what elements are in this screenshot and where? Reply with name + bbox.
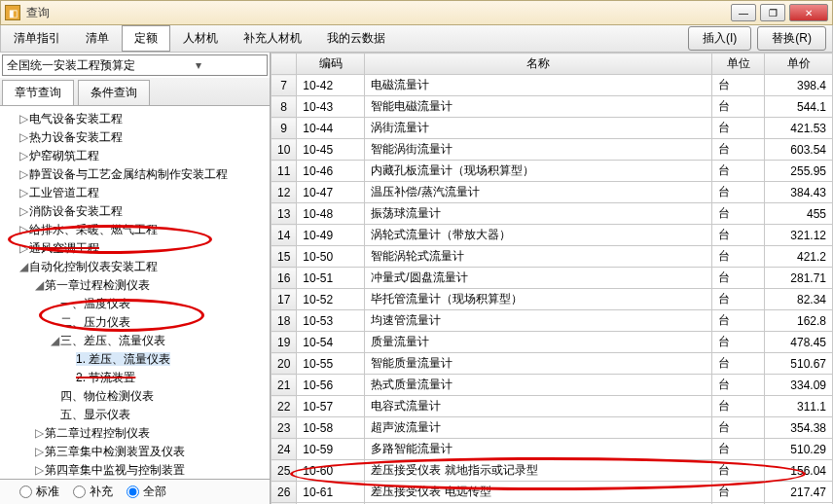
table-row[interactable]: 1910-54质量流量计台478.45 bbox=[272, 332, 833, 353]
tree-node[interactable]: ▷第四章集中监视与控制装置 bbox=[2, 461, 268, 479]
chevron-down-icon: ▾ bbox=[135, 58, 264, 72]
col-price[interactable]: 单价 bbox=[765, 54, 833, 75]
tree-node[interactable]: ▷炉窑砌筑工程 bbox=[2, 147, 268, 165]
table-row[interactable]: 910-44涡街流量计台421.53 bbox=[272, 118, 833, 139]
tab-清单指引[interactable]: 清单指引 bbox=[1, 25, 73, 52]
main-toolbar: 清单指引清单定额人材机补充人材机我的云数据 插入(I) 替换(R) bbox=[0, 25, 833, 53]
table-row[interactable]: 710-42电磁流量计台398.4 bbox=[272, 75, 833, 96]
tree-node[interactable]: ◢第一章过程检测仪表 bbox=[2, 276, 268, 295]
col-name[interactable]: 名称 bbox=[365, 54, 712, 75]
col-code[interactable]: 编码 bbox=[297, 54, 365, 75]
close-button[interactable]: ✕ bbox=[789, 4, 828, 21]
tree-node[interactable]: ▷电气设备安装工程 bbox=[2, 110, 268, 128]
table-row[interactable]: 2010-55智能质量流量计台510.67 bbox=[272, 353, 833, 375]
maximize-button[interactable]: ❐ bbox=[760, 4, 785, 21]
tab-补充人材机[interactable]: 补充人材机 bbox=[231, 25, 314, 52]
tree-node[interactable]: ▷通风空调工程 bbox=[2, 239, 268, 258]
table-row[interactable]: 2510-60差压接受仪表 就地指示或记录型台156.04 bbox=[272, 460, 833, 482]
window-title: 查询 bbox=[26, 5, 731, 21]
titlebar: ◧ 查询 — ❐ ✕ bbox=[0, 0, 833, 25]
tree-node[interactable]: ▷热力设备安装工程 bbox=[2, 128, 268, 147]
tree-node[interactable]: 1. 差压、流量仪表 bbox=[2, 350, 268, 369]
tree-node[interactable]: 一、温度仪表 bbox=[2, 295, 268, 313]
app-icon: ◧ bbox=[5, 5, 20, 20]
tab-清单[interactable]: 清单 bbox=[73, 25, 122, 52]
result-table: 编码 名称 单位 单价 710-42电磁流量计台398.4810-43智能电磁流… bbox=[271, 53, 833, 504]
replace-button[interactable]: 替换(R) bbox=[757, 26, 826, 51]
quota-select[interactable]: 全国统一安装工程预算定额河北省消耗量定额( ▾ ▾ bbox=[2, 54, 268, 76]
table-row[interactable]: 2110-56热式质量流量计台334.09 bbox=[272, 375, 833, 396]
filter-standard[interactable]: 标准 bbox=[19, 484, 59, 500]
left-panel: 全国统一安装工程预算定额河北省消耗量定额( ▾ ▾ 章节查询条件查询 ▷电气设备… bbox=[0, 53, 271, 504]
table-row[interactable]: 1510-50智能涡轮式流量计台421.2 bbox=[272, 246, 833, 268]
table-row[interactable]: 1110-46内藏孔板流量计（现场积算型）台255.95 bbox=[272, 161, 833, 182]
filter-footer: 标准 补充 全部 bbox=[0, 479, 270, 504]
tree-node[interactable]: 五、显示仪表 bbox=[2, 406, 268, 424]
table-row[interactable]: 2210-57电容式流量计台311.1 bbox=[272, 396, 833, 417]
tab-我的云数据[interactable]: 我的云数据 bbox=[314, 25, 398, 52]
table-row[interactable]: 1010-45智能涡街流量计台603.54 bbox=[272, 139, 833, 161]
tab-定额[interactable]: 定额 bbox=[122, 25, 170, 52]
table-row[interactable]: 1210-47温压补偿/蒸汽流量计台384.43 bbox=[272, 182, 833, 203]
quota-select-text: 全国统一安装工程预算定额河北省消耗量定额( ▾ bbox=[7, 57, 135, 74]
table-row[interactable]: 1710-52毕托管流量计（现场积算型）台82.34 bbox=[272, 289, 833, 310]
result-table-pane: 编码 名称 单位 单价 710-42电磁流量计台398.4810-43智能电磁流… bbox=[271, 53, 833, 504]
tab-人材机[interactable]: 人材机 bbox=[170, 25, 231, 52]
col-rownum bbox=[272, 54, 297, 75]
tree-node[interactable]: ▷第二章过程控制仪表 bbox=[2, 424, 268, 443]
minimize-button[interactable]: — bbox=[731, 4, 756, 21]
tree-node[interactable]: 2. 节流装置 bbox=[2, 369, 268, 387]
table-row[interactable]: 1610-51冲量式/圆盘流量计台281.71 bbox=[272, 268, 833, 289]
query-subtabs: 章节查询条件查询 bbox=[0, 78, 270, 106]
tree-node[interactable]: 四、物位检测仪表 bbox=[2, 387, 268, 406]
insert-button[interactable]: 插入(I) bbox=[688, 26, 751, 51]
tree-node[interactable]: ▷工业管道工程 bbox=[2, 184, 268, 202]
tree-node[interactable]: ◢三、差压、流量仪表 bbox=[2, 332, 268, 350]
filter-all[interactable]: 全部 bbox=[127, 484, 166, 500]
tree-node[interactable]: ▷消防设备安装工程 bbox=[2, 202, 268, 221]
table-row[interactable]: 2310-58超声波流量计台354.38 bbox=[272, 417, 833, 439]
table-row[interactable]: 810-43智能电磁流量计台544.1 bbox=[272, 96, 833, 118]
tree-node[interactable]: ▷第三章集中检测装置及仪表 bbox=[2, 443, 268, 461]
table-row[interactable]: 2610-61差压接受仪表 电远传型台217.47 bbox=[272, 482, 833, 503]
table-row[interactable]: 2410-59多路智能流量计台510.29 bbox=[272, 439, 833, 460]
table-row[interactable]: 1310-48振荡球流量计台455 bbox=[272, 203, 833, 225]
category-tree: ▷电气设备安装工程▷热力设备安装工程▷炉窑砌筑工程▷静置设备与工艺金属结构制作安… bbox=[0, 106, 270, 479]
tree-node[interactable]: ▷给排水、采暖、燃气工程 bbox=[2, 221, 268, 239]
col-unit[interactable]: 单位 bbox=[712, 54, 765, 75]
tree-node[interactable]: ▷静置设备与工艺金属结构制作安装工程 bbox=[2, 165, 268, 184]
table-row[interactable]: 1410-49涡轮式流量计（带放大器）台321.12 bbox=[272, 225, 833, 246]
filter-supplement[interactable]: 补充 bbox=[73, 484, 113, 500]
subtab-条件查询[interactable]: 条件查询 bbox=[78, 80, 150, 105]
subtab-章节查询[interactable]: 章节查询 bbox=[2, 80, 74, 105]
tree-node[interactable]: ◢自动化控制仪表安装工程 bbox=[2, 258, 268, 276]
tree-node[interactable]: 二、压力仪表 bbox=[2, 313, 268, 332]
table-row[interactable]: 1810-53均速管流量计台162.8 bbox=[272, 310, 833, 332]
